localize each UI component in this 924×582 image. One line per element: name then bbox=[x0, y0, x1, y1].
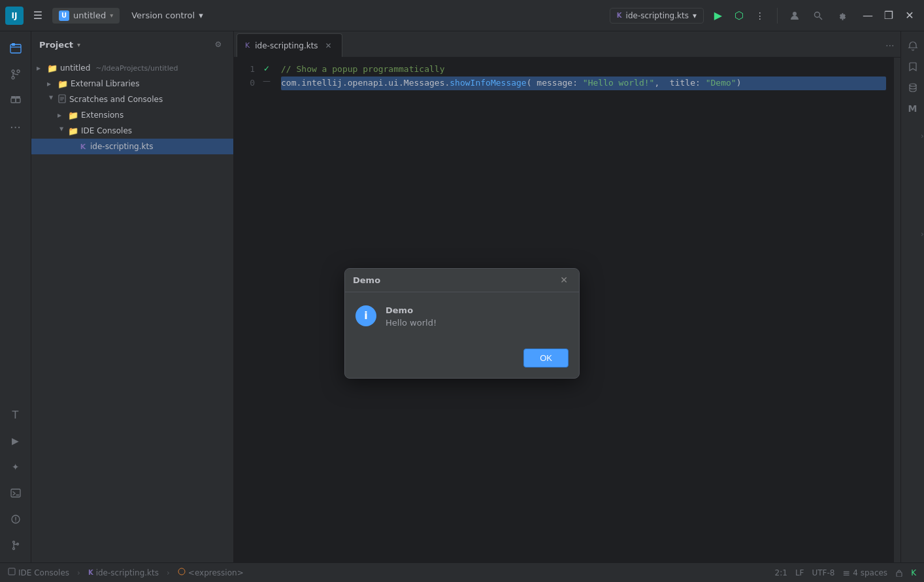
left-iconbar: ··· T ▶ ✦ bbox=[0, 31, 31, 562]
maven-icon[interactable]: M bbox=[904, 99, 922, 118]
app-logo: IJ bbox=[5, 7, 24, 25]
svg-point-25 bbox=[178, 568, 185, 575]
search-button[interactable] bbox=[809, 7, 827, 25]
statusbar-filename: ide-scripting.kts bbox=[96, 568, 159, 577]
hamburger-button[interactable]: ☰ bbox=[29, 7, 47, 25]
statusbar-file-item[interactable]: K ide-scripting.kts bbox=[88, 568, 159, 577]
bookmarks-icon[interactable] bbox=[904, 58, 922, 76]
tools-icon[interactable]: T bbox=[4, 403, 27, 426]
run-button[interactable]: ▶ bbox=[709, 7, 727, 25]
more-actions-button[interactable]: ⋮ bbox=[751, 7, 769, 25]
svg-line-2 bbox=[819, 17, 822, 20]
svg-point-6 bbox=[12, 77, 14, 79]
sidebar-chevron-icon[interactable]: ▾ bbox=[77, 41, 80, 48]
version-control-pill[interactable]: Version control ▾ bbox=[125, 8, 210, 23]
dialog-close-button[interactable]: ✕ bbox=[557, 273, 571, 287]
titlebar: IJ ☰ U untitled ▾ Version control ▾ K id… bbox=[0, 0, 924, 31]
dialog-message-title: Demo bbox=[386, 305, 437, 315]
code-param2-name: title bbox=[665, 77, 695, 90]
statusbar-kotlin-icon: K bbox=[88, 569, 93, 576]
run-pill[interactable]: K ide-scripting.kts ▾ bbox=[610, 8, 704, 24]
sidebar-project-icon[interactable] bbox=[4, 37, 27, 60]
external-libs-label: External Libraries bbox=[71, 79, 139, 88]
dialog-ok-button[interactable]: OK bbox=[523, 349, 569, 368]
sidebar-header: Project ▾ ⚙ bbox=[31, 31, 233, 58]
sidebar-tree: ▶ 📁 untitled ~/IdeaProjects/untitled ▶ 📁… bbox=[31, 58, 233, 562]
statusbar-kotlin-badge[interactable]: K bbox=[911, 568, 916, 577]
project-name-label: untitled bbox=[73, 10, 106, 20]
bc-sep-1: › bbox=[77, 568, 80, 577]
code-line-1: // Show a popup programmatically bbox=[281, 63, 886, 77]
sidebar-more-icon[interactable]: ··· bbox=[4, 115, 27, 139]
statusbar-linesep-text: LF bbox=[795, 568, 804, 577]
statusbar-encoding[interactable]: UTF-8 bbox=[812, 568, 835, 577]
statusbar-ide-consoles[interactable]: IDE Consoles bbox=[8, 568, 69, 577]
dialog-info-icon: i bbox=[355, 305, 376, 326]
gutter-check-icon: ✓ bbox=[260, 63, 273, 75]
sidebar-plugins-icon[interactable] bbox=[4, 89, 27, 112]
sidebar-title: Project bbox=[39, 40, 73, 50]
dialog-body: i Demo Hello world! bbox=[345, 292, 579, 341]
run-config-icon[interactable]: ▶ bbox=[4, 429, 27, 453]
statusbar-expression-label: <expression> bbox=[188, 568, 244, 577]
folder-consoles-icon: 📁 bbox=[68, 126, 78, 136]
tabs-more-button[interactable]: ⋯ bbox=[882, 37, 898, 53]
untitled-label: untitled bbox=[60, 63, 90, 73]
project-u-icon: U bbox=[59, 10, 69, 21]
services-icon[interactable]: ✦ bbox=[4, 455, 27, 479]
tree-item-untitled[interactable]: ▶ 📁 untitled ~/IdeaProjects/untitled bbox=[31, 60, 233, 76]
project-chevron-icon: ▾ bbox=[110, 12, 113, 19]
sidebar-vcs-icon[interactable] bbox=[4, 63, 27, 86]
minimize-button[interactable]: — bbox=[859, 7, 877, 25]
sidebar: Project ▾ ⚙ ▶ 📁 untitled ~/IdeaProjects/… bbox=[31, 31, 234, 562]
notifications-icon[interactable] bbox=[904, 37, 922, 55]
line-num-1: 1 bbox=[239, 63, 255, 77]
tree-item-extensions[interactable]: ▶ 📁 Extensions bbox=[31, 107, 233, 123]
statusbar-lock[interactable] bbox=[895, 569, 903, 577]
tab-kotlin-icon: K bbox=[245, 41, 250, 50]
code-method-text: showInfoMessage bbox=[450, 77, 526, 90]
statusbar: IDE Consoles › K ide-scripting.kts › <ex… bbox=[0, 562, 924, 582]
line-numbers: 1 0 bbox=[234, 58, 260, 562]
git-icon[interactable] bbox=[4, 534, 27, 557]
database-icon[interactable] bbox=[904, 78, 922, 97]
right-collapse-arrow[interactable]: › bbox=[921, 229, 924, 239]
editor-tabs: K ide-scripting.kts ✕ ⋯ bbox=[234, 31, 900, 58]
statusbar-linesep[interactable]: LF bbox=[795, 568, 804, 577]
tree-item-external-libs[interactable]: ▶ 📁 External Libraries bbox=[31, 76, 233, 92]
tree-item-ide-consoles[interactable]: ▶ 📁 IDE Consoles bbox=[31, 123, 233, 139]
editor-scrollbar[interactable] bbox=[894, 58, 900, 562]
debug-button[interactable]: ⬡ bbox=[730, 7, 748, 25]
line-num-2: 0 bbox=[239, 77, 255, 90]
statusbar-position[interactable]: 2:1 bbox=[775, 568, 787, 577]
project-pill[interactable]: U untitled ▾ bbox=[52, 8, 120, 24]
svg-rect-9 bbox=[16, 98, 20, 103]
gutter-line-icon: — bbox=[260, 75, 273, 88]
maximize-button[interactable]: ❐ bbox=[880, 7, 898, 25]
right-expand-arrow[interactable]: › bbox=[921, 131, 924, 141]
editor-tab-ide-scripting[interactable]: K ide-scripting.kts ✕ bbox=[237, 33, 342, 57]
problems-icon[interactable] bbox=[4, 507, 27, 531]
vcs-chevron-icon: ▾ bbox=[199, 10, 203, 20]
run-file-kotlin-icon: K bbox=[617, 12, 622, 19]
terminal-icon[interactable] bbox=[4, 481, 27, 505]
statusbar-expression[interactable]: <expression> bbox=[178, 568, 244, 577]
kotlin-file-icon: K bbox=[78, 143, 88, 151]
statusbar-right: 2:1 LF UTF-8 ≡ 4 spaces K bbox=[775, 568, 916, 578]
statusbar-indent-icon: ≡ bbox=[842, 568, 850, 578]
close-button[interactable]: ✕ bbox=[900, 7, 919, 25]
tab-label: ide-scripting.kts bbox=[255, 41, 318, 50]
ide-consoles-label: IDE Consoles bbox=[81, 126, 132, 135]
tab-close-button[interactable]: ✕ bbox=[323, 41, 334, 51]
info-dialog: Demo ✕ i Demo Hello world! OK bbox=[344, 268, 580, 379]
scratches-label: Scratches and Consoles bbox=[69, 95, 163, 104]
profile-icon[interactable] bbox=[785, 7, 804, 25]
sidebar-settings-icon[interactable]: ⚙ bbox=[211, 37, 225, 52]
tree-item-ide-scripting[interactable]: ▶ K ide-scripting.kts bbox=[31, 139, 233, 154]
settings-button[interactable] bbox=[833, 7, 851, 25]
tree-item-scratches[interactable]: ▶ Scratches and Consoles bbox=[31, 92, 233, 107]
dialog-message-body: Hello world! bbox=[386, 318, 437, 328]
svg-point-5 bbox=[12, 70, 14, 73]
statusbar-circle-icon bbox=[178, 568, 186, 577]
statusbar-indent[interactable]: ≡ 4 spaces bbox=[842, 568, 887, 578]
